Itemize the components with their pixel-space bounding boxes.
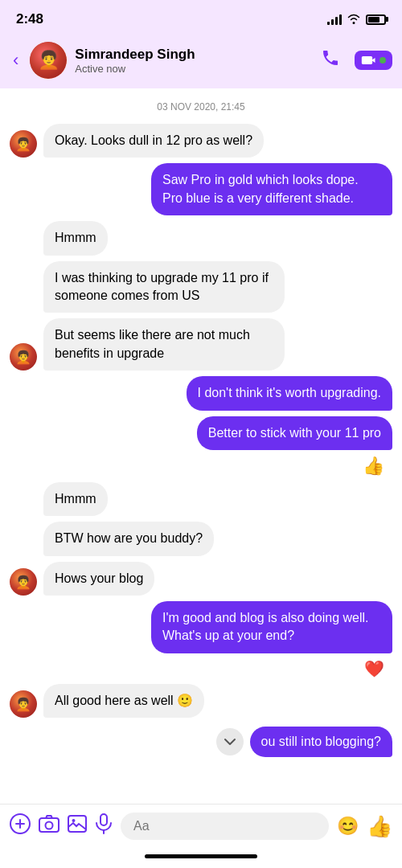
bubble-received: Okay. Looks dull in 12 pro as well? xyxy=(43,124,264,158)
svg-point-4 xyxy=(72,819,76,822)
contact-name: Simrandeep Singh xyxy=(75,47,313,63)
bubble-received: Hmmm xyxy=(43,221,108,255)
bubble-received: Hows your blog xyxy=(43,562,154,596)
message-row: ❤️ xyxy=(10,659,392,678)
message-row: 🧑‍🦱 But seems like there are not much be… xyxy=(10,318,392,371)
message-row: Hmmm xyxy=(10,482,392,516)
svg-point-2 xyxy=(46,822,53,829)
bubble-sent: Saw Pro in gold which looks dope. Pro bl… xyxy=(151,163,392,215)
home-indicator xyxy=(0,848,402,868)
bubble-sent: I don't think it's worth upgrading. xyxy=(187,376,392,410)
chat-area: 03 NOV 2020, 21:45 🧑‍🦱 Okay. Looks dull … xyxy=(0,88,402,804)
camera-button[interactable] xyxy=(39,815,59,837)
status-bar: 2:48 xyxy=(0,0,402,35)
header-actions xyxy=(321,48,392,72)
video-call-button[interactable] xyxy=(355,51,392,70)
status-icons xyxy=(327,13,386,27)
avatar: 🧑‍🦱 xyxy=(10,568,37,596)
bubble-sent: I'm good and blog is also doing well. Wh… xyxy=(151,601,392,653)
avatar: 🧑‍🦱 xyxy=(10,690,37,718)
message-row: I was thinking to upgrade my 11 pro if s… xyxy=(10,261,392,313)
message-row: 🧑‍🦱 Okay. Looks dull in 12 pro as well? xyxy=(10,124,392,158)
bubble-received: BTW how are you buddy? xyxy=(43,522,214,555)
bubble-sent: Better to stick with your 11 pro xyxy=(197,416,392,450)
scroll-down-button[interactable] xyxy=(216,728,244,755)
message-input[interactable] xyxy=(133,819,316,833)
avatar: 🧑‍🦱 xyxy=(10,343,37,371)
bubble-received: But seems like there are not much benefi… xyxy=(43,318,285,371)
message-row: Hmmm xyxy=(10,221,392,255)
home-bar xyxy=(145,854,257,858)
contact-avatar: 🧑‍🦱 xyxy=(30,42,67,79)
input-bar: 😊 👍 xyxy=(0,804,402,848)
message-row: I don't think it's worth upgrading. xyxy=(10,376,392,410)
message-input-wrap[interactable] xyxy=(121,813,329,840)
message-row: Better to stick with your 11 pro xyxy=(10,416,392,450)
chat-header: ‹ 🧑‍🦱 Simrandeep Singh Active now xyxy=(0,35,402,88)
mic-button[interactable] xyxy=(95,813,113,839)
thumbs-up-button[interactable]: 👍 xyxy=(367,814,392,839)
message-row: 👍 xyxy=(10,456,392,477)
partial-message-row: ou still into blogging? xyxy=(10,727,392,757)
contact-info: Simrandeep Singh Active now xyxy=(75,47,313,75)
message-row: BTW how are you buddy? xyxy=(10,522,392,555)
message-row: I'm good and blog is also doing well. Wh… xyxy=(10,601,392,653)
heart-reaction: ❤️ xyxy=(364,659,384,678)
timestamp-divider: 03 NOV 2020, 21:45 xyxy=(10,101,392,113)
signal-icon xyxy=(327,14,342,25)
avatar: 🧑‍🦱 xyxy=(10,130,37,158)
status-time: 2:48 xyxy=(16,11,43,27)
partial-bubble-sent: ou still into blogging? xyxy=(250,727,392,757)
emoji-reaction: 👍 xyxy=(363,456,384,477)
message-row: 🧑‍🦱 Hows your blog xyxy=(10,562,392,596)
image-button[interactable] xyxy=(68,815,87,837)
message-row: 🧑‍🦱 All good here as well 🙂 xyxy=(10,684,392,718)
wifi-icon xyxy=(347,13,361,27)
phone-call-button[interactable] xyxy=(321,48,340,72)
video-active-dot xyxy=(379,57,386,63)
contact-status: Active now xyxy=(75,63,313,75)
bubble-received: I was thinking to upgrade my 11 pro if s… xyxy=(43,261,285,313)
plus-button[interactable] xyxy=(10,813,31,839)
emoji-button[interactable]: 😊 xyxy=(337,816,359,837)
battery-icon xyxy=(366,14,386,25)
bubble-received: All good here as well 🙂 xyxy=(43,684,204,718)
message-row: Saw Pro in gold which looks dope. Pro bl… xyxy=(10,163,392,215)
bubble-received: Hmmm xyxy=(43,482,108,516)
svg-rect-5 xyxy=(100,814,107,825)
back-button[interactable]: ‹ xyxy=(10,47,22,74)
